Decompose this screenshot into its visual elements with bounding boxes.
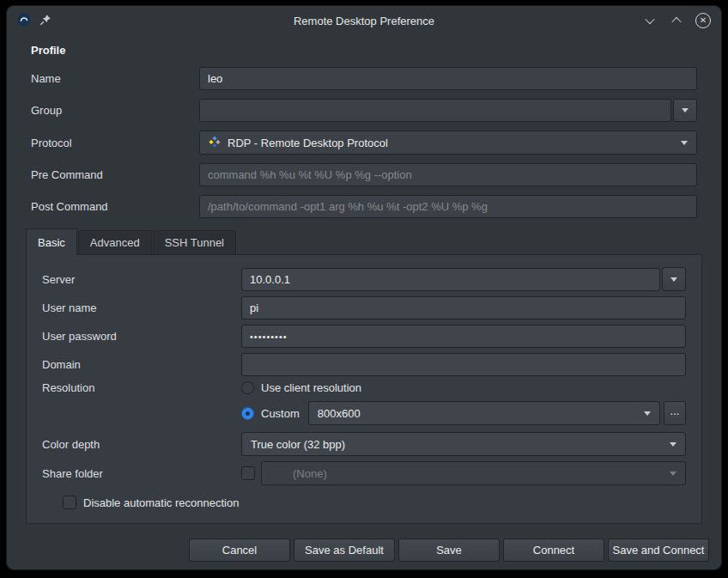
disable-reconnect-label[interactable]: Disable automatic reconnection	[83, 496, 239, 509]
share-folder-value: (None)	[270, 467, 327, 480]
rdp-protocol-icon	[209, 136, 221, 150]
color-depth-row: Color depth True color (32 bpp)	[42, 432, 686, 456]
post-command-input[interactable]	[199, 195, 697, 218]
tab-advanced[interactable]: Advanced	[78, 230, 152, 254]
protocol-label: Protocol	[31, 137, 199, 149]
chevron-down-icon	[645, 15, 654, 24]
domain-label: Domain	[42, 358, 241, 371]
protocol-value: RDP - Remote Desktop Protocol	[228, 137, 388, 149]
use-client-resolution-label[interactable]: Use client resolution	[261, 381, 361, 394]
post-command-label: Post Command	[31, 200, 199, 213]
protocol-row: Protocol RDP - Remote Desktop Protocol	[31, 131, 697, 155]
resolution-row: Resolution Use client resolution	[42, 381, 686, 394]
username-row: User name	[42, 296, 686, 319]
server-dropdown-button[interactable]	[662, 267, 686, 291]
share-folder-controls: (None)	[241, 461, 686, 485]
username-input[interactable]	[241, 296, 686, 319]
group-input[interactable]	[199, 99, 671, 122]
tab-ssh-tunnel[interactable]: SSH Tunnel	[153, 230, 236, 254]
share-folder-select: (None)	[261, 461, 686, 485]
group-dropdown-button[interactable]	[673, 99, 697, 122]
window-title: Remote Desktop Preference	[7, 15, 721, 27]
chevron-up-button[interactable]	[669, 13, 684, 28]
resolution-more-button[interactable]: ...	[664, 401, 686, 425]
pre-command-row: Pre Command	[31, 163, 697, 186]
custom-resolution-value: 800x600	[318, 407, 361, 420]
resolution-label: Resolution	[42, 381, 241, 394]
chevron-up-icon	[671, 17, 681, 27]
save-button[interactable]: Save	[398, 538, 500, 562]
share-folder-row: Share folder (None)	[42, 461, 686, 485]
disable-reconnect-checkbox[interactable]	[63, 496, 76, 509]
name-row: Name	[31, 67, 697, 90]
name-input[interactable]	[199, 67, 697, 90]
remote-desktop-preference-dialog: Remote Desktop Preference ✕ Profile Name…	[6, 5, 722, 570]
titlebar-right: ✕	[642, 13, 711, 28]
username-label: User name	[42, 301, 241, 314]
custom-resolution-label[interactable]: Custom	[261, 407, 300, 420]
color-depth-label: Color depth	[42, 438, 241, 451]
reconnect-row: Disable automatic reconnection	[63, 496, 686, 509]
profile-heading: Profile	[31, 44, 697, 57]
chevron-down-button[interactable]	[642, 13, 658, 28]
save-as-default-button[interactable]: Save as Default	[294, 538, 395, 562]
basic-tab-panel: Server User name User password Domain Re…	[26, 254, 702, 524]
password-label: User password	[42, 330, 241, 343]
post-command-row: Post Command	[31, 195, 697, 218]
titlebar-left	[17, 13, 52, 29]
dropdown-arrow-icon	[670, 472, 676, 476]
custom-resolution-radio[interactable]	[241, 407, 254, 420]
server-label: Server	[42, 273, 241, 286]
tab-bar: Basic Advanced SSH Tunnel	[7, 228, 721, 254]
name-label: Name	[31, 72, 199, 85]
group-label: Group	[31, 104, 199, 117]
dropdown-arrow-icon	[670, 442, 676, 447]
color-depth-value: True color (32 bpp)	[251, 438, 345, 451]
domain-input[interactable]	[241, 353, 686, 376]
pre-command-input[interactable]	[199, 163, 697, 186]
dropdown-arrow-icon	[681, 141, 688, 145]
tab-basic[interactable]: Basic	[26, 228, 77, 255]
dropdown-arrow-icon	[670, 277, 677, 282]
titlebar: Remote Desktop Preference ✕	[7, 6, 721, 35]
app-icon	[17, 13, 31, 29]
action-bar: Cancel Save as Default Save Connect Save…	[26, 538, 709, 562]
profile-form: Profile Name Group Protocol RDP - Remote…	[7, 35, 721, 218]
custom-resolution-select[interactable]: 800x600	[308, 401, 660, 425]
resolution-custom-row: Custom 800x600 ...	[42, 401, 686, 425]
close-button[interactable]: ✕	[695, 13, 711, 28]
color-depth-select[interactable]: True color (32 bpp)	[241, 432, 686, 456]
password-input[interactable]	[241, 325, 686, 348]
protocol-select[interactable]: RDP - Remote Desktop Protocol	[199, 131, 697, 155]
save-and-connect-button[interactable]: Save and Connect	[608, 538, 709, 562]
dropdown-arrow-icon	[682, 108, 689, 113]
share-folder-checkbox[interactable]	[241, 466, 255, 480]
close-icon: ✕	[700, 16, 707, 25]
server-row: Server	[42, 267, 686, 291]
share-folder-label: Share folder	[42, 467, 241, 480]
pre-command-label: Pre Command	[31, 168, 199, 181]
password-row: User password	[42, 325, 686, 348]
domain-row: Domain	[42, 353, 686, 376]
connect-button[interactable]: Connect	[503, 538, 604, 562]
pin-icon[interactable]	[39, 14, 52, 28]
server-input[interactable]	[241, 268, 660, 291]
dropdown-arrow-icon	[644, 411, 651, 416]
cancel-button[interactable]: Cancel	[189, 538, 290, 562]
use-client-resolution-radio[interactable]	[241, 381, 254, 394]
group-row: Group	[31, 99, 697, 122]
